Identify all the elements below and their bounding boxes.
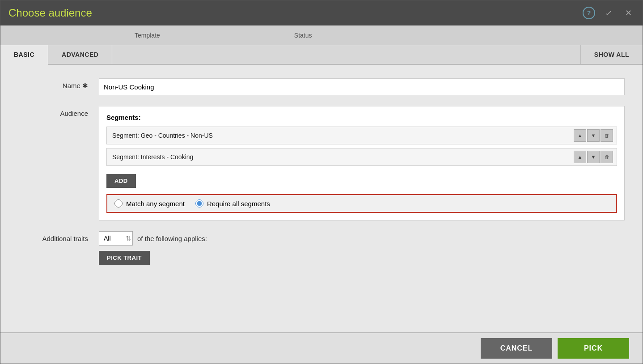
segment-2-controls: ▲ ▼ 🗑 (574, 151, 617, 163)
audience-control: Segments: Segment: Geo - Countries - Non… (99, 106, 625, 220)
name-row: Name ✱ (18, 78, 625, 95)
main-content: Name ✱ Audience Segments: Segment: Geo -… (0, 65, 643, 332)
traits-select-wrapper: All Any None ⇅ (99, 231, 133, 245)
traits-row: All Any None ⇅ of the following applies: (99, 231, 625, 245)
segment-2-up-button[interactable]: ▲ (574, 151, 586, 163)
template-col-header: Template (135, 32, 160, 39)
name-field-wrapper (99, 78, 625, 95)
segment-2-delete-button[interactable]: 🗑 (601, 151, 613, 163)
match-any-text: Match any segment (126, 200, 185, 207)
segments-title: Segments: (106, 114, 617, 121)
tab-bar: BASIC ADVANCED SHOW ALL (0, 45, 643, 65)
segment-1-up-button[interactable]: ▲ (574, 129, 586, 142)
traits-select[interactable]: All Any None (99, 231, 133, 245)
footer: CANCEL PICK (0, 332, 643, 364)
dialog-title: Choose audience (8, 7, 92, 19)
segment-text-2: Segment: Interests - Cooking (107, 153, 574, 161)
add-segment-button[interactable]: ADD (106, 174, 136, 188)
match-any-radio[interactable] (114, 199, 123, 207)
title-bar-icons: ? ⤢ ✕ (583, 7, 635, 19)
segment-1-delete-button[interactable]: 🗑 (601, 129, 613, 142)
pick-trait-button[interactable]: PICK TRAIT (99, 251, 150, 265)
cancel-button[interactable]: CANCEL (481, 338, 552, 359)
additional-traits-control: All Any None ⇅ of the following applies:… (99, 231, 625, 265)
additional-traits-label: Additional traits (18, 231, 99, 242)
require-all-radio[interactable] (195, 199, 203, 207)
segment-2-down-button[interactable]: ▼ (587, 151, 600, 163)
audience-row: Audience Segments: Segment: Geo - Countr… (18, 106, 625, 220)
name-input[interactable] (99, 78, 625, 95)
traits-description: of the following applies: (137, 235, 207, 242)
segment-1-down-button[interactable]: ▼ (587, 129, 600, 142)
match-any-label[interactable]: Match any segment (114, 199, 185, 207)
segment-row: Segment: Geo - Countries - Non-US ▲ ▼ 🗑 (106, 127, 617, 144)
audience-label: Audience (18, 106, 99, 117)
segment-match-radio-group: Match any segment Require all segments (106, 194, 617, 213)
close-icon[interactable]: ✕ (622, 7, 635, 19)
bg-header-row: Template Status (0, 25, 643, 45)
tab-advanced[interactable]: ADVANCED (48, 45, 112, 64)
pick-button[interactable]: PICK (558, 338, 629, 359)
required-star: ✱ (82, 82, 88, 89)
additional-traits-row: Additional traits All Any None ⇅ of the … (18, 231, 625, 265)
dialog-choose-audience: Choose audience ? ⤢ ✕ Template Status BA… (0, 0, 643, 364)
segment-1-controls: ▲ ▼ 🗑 (574, 129, 617, 142)
segment-row: Segment: Interests - Cooking ▲ ▼ 🗑 (106, 148, 617, 166)
expand-icon[interactable]: ⤢ (602, 7, 615, 19)
segment-text-1: Segment: Geo - Countries - Non-US (107, 132, 574, 139)
require-all-label[interactable]: Require all segments (195, 199, 270, 207)
status-col-header: Status (294, 32, 312, 39)
tab-basic[interactable]: BASIC (0, 45, 48, 65)
name-label: Name ✱ (18, 78, 99, 90)
require-all-text: Require all segments (207, 200, 270, 207)
tab-show-all[interactable]: SHOW ALL (580, 45, 643, 64)
audience-box: Segments: Segment: Geo - Countries - Non… (99, 106, 625, 220)
help-icon[interactable]: ? (583, 7, 595, 19)
title-bar: Choose audience ? ⤢ ✕ (0, 0, 643, 25)
